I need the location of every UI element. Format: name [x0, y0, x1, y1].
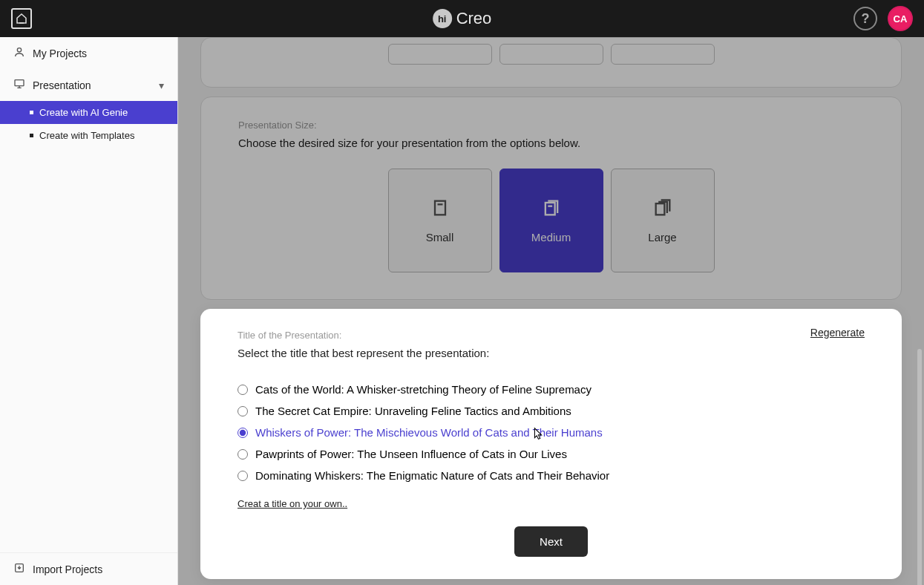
radio-input[interactable] [237, 471, 248, 481]
sidebar-subitem-label: Create with AI Genie [39, 107, 128, 118]
app-logo: hi Creo [433, 9, 492, 28]
size-option-label: Large [648, 231, 676, 244]
regenerate-link[interactable]: Regenerate [810, 327, 865, 339]
title-option-label: Whiskers of Power: The Mischievous World… [255, 426, 603, 439]
bullet-icon [30, 111, 33, 114]
svg-rect-3 [435, 201, 445, 215]
title-option[interactable]: Pawprints of Power: The Unseen Influence… [237, 443, 865, 465]
logo-badge: hi [433, 9, 452, 28]
svg-rect-1 [15, 80, 24, 86]
presentation-icon [13, 78, 25, 92]
bullet-icon [30, 134, 33, 137]
app-header: hi Creo ? CA [0, 0, 924, 37]
svg-rect-7 [655, 203, 664, 215]
svg-rect-5 [545, 203, 554, 215]
sidebar-subitem-create-templates[interactable]: Create with Templates [0, 124, 177, 147]
import-icon [13, 562, 25, 576]
title-option[interactable]: Cats of the World: A Whisker-stretching … [237, 379, 865, 400]
next-button[interactable]: Next [514, 526, 588, 557]
sidebar-subitem-create-ai[interactable]: Create with AI Genie [0, 101, 177, 124]
title-options: Cats of the World: A Whisker-stretching … [237, 379, 865, 486]
option-card[interactable] [611, 44, 715, 65]
help-icon[interactable]: ? [853, 7, 877, 30]
home-icon[interactable] [11, 8, 32, 29]
logo-text: Creo [456, 9, 492, 28]
title-description: Select the title that best represent the… [237, 347, 865, 359]
option-card[interactable] [499, 44, 603, 65]
sidebar-item-label: Presentation [33, 79, 91, 91]
size-description: Choose the desired size for your present… [238, 137, 864, 149]
sidebar-subitem-label: Create with Templates [39, 130, 134, 141]
title-option[interactable]: The Secret Cat Empire: Unraveling Feline… [237, 400, 865, 422]
size-option-large[interactable]: Large [611, 169, 715, 272]
radio-input[interactable] [237, 428, 248, 438]
main-content: Presentation Size: Choose the desired si… [178, 37, 924, 585]
title-option[interactable]: Dominating Whiskers: The Enigmatic Natur… [237, 465, 865, 486]
pages-icon [541, 197, 562, 220]
page-icon [430, 197, 450, 220]
size-panel: Presentation Size: Choose the desired si… [200, 97, 902, 300]
radio-input[interactable] [237, 385, 248, 395]
radio-input[interactable] [237, 449, 248, 460]
size-option-small[interactable]: Small [388, 169, 492, 272]
size-label: Presentation Size: [238, 120, 864, 131]
title-panel: Regenerate Title of the Presentation: Se… [200, 309, 902, 579]
sidebar-item-label: Import Projects [33, 563, 102, 575]
option-card[interactable] [388, 44, 492, 65]
sidebar-item-presentation[interactable]: Presentation ▾ [0, 69, 177, 101]
vertical-scrollbar[interactable] [917, 349, 922, 585]
title-option[interactable]: Whiskers of Power: The Mischievous World… [237, 422, 865, 443]
svg-point-0 [17, 48, 21, 52]
sidebar-item-my-projects[interactable]: My Projects [0, 37, 177, 69]
radio-input[interactable] [237, 406, 248, 416]
title-option-label: Cats of the World: A Whisker-stretching … [255, 383, 592, 396]
sidebar-item-import-projects[interactable]: Import Projects [0, 552, 177, 585]
size-option-medium[interactable]: Medium [499, 169, 603, 272]
size-option-label: Medium [531, 231, 571, 244]
title-label: Title of the Presentation: [237, 330, 865, 341]
title-option-label: The Secret Cat Empire: Unraveling Feline… [255, 405, 571, 417]
chevron-down-icon: ▾ [159, 79, 164, 91]
user-avatar[interactable]: CA [888, 6, 913, 31]
sidebar: My Projects Presentation ▾ Create with A… [0, 37, 178, 585]
title-option-label: Pawprints of Power: The Unseen Influence… [255, 448, 567, 460]
person-icon [13, 46, 25, 60]
title-option-label: Dominating Whiskers: The Enigmatic Natur… [255, 469, 609, 482]
sidebar-item-label: My Projects [33, 48, 87, 59]
create-own-title-link[interactable]: Creat a title on your own.. [237, 498, 347, 509]
pages-stack-icon [652, 197, 673, 220]
size-option-label: Small [426, 231, 454, 244]
prev-panel [200, 37, 902, 88]
